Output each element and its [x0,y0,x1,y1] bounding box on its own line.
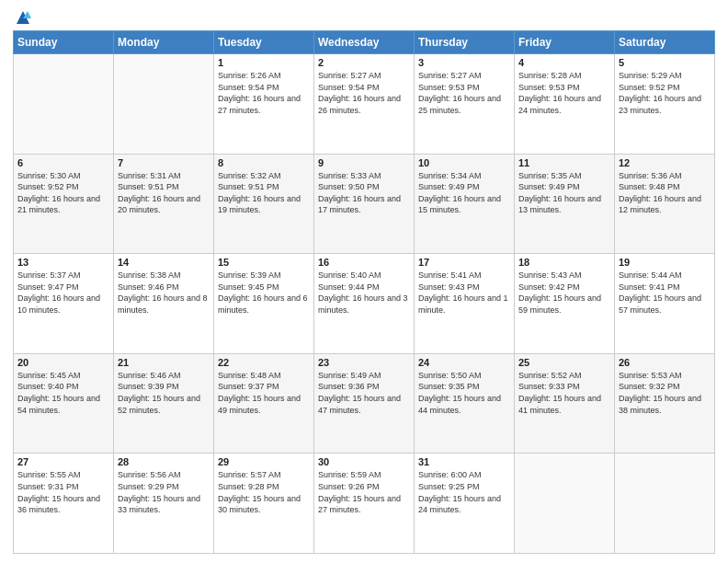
logo [13,9,31,25]
calendar-cell: 31Sunrise: 6:00 AMSunset: 9:25 PMDayligh… [415,454,515,554]
day-info: Sunrise: 5:46 AMSunset: 9:39 PMDaylight:… [118,370,210,416]
calendar-cell: 17Sunrise: 5:41 AMSunset: 9:43 PMDayligh… [415,254,515,354]
calendar-table: SundayMondayTuesdayWednesdayThursdayFrid… [13,30,715,554]
calendar-cell: 29Sunrise: 5:57 AMSunset: 9:28 PMDayligh… [214,454,314,554]
day-info: Sunrise: 5:53 AMSunset: 9:32 PMDaylight:… [619,370,711,416]
day-number: 6 [17,157,109,168]
day-info: Sunrise: 5:52 AMSunset: 9:33 PMDaylight:… [518,370,610,416]
day-number: 14 [118,257,210,268]
day-info: Sunrise: 5:59 AMSunset: 9:26 PMDaylight:… [318,469,410,515]
calendar-cell: 1Sunrise: 5:26 AMSunset: 9:54 PMDaylight… [214,54,314,155]
weekday-header: Sunday [14,31,114,54]
calendar-cell: 6Sunrise: 5:30 AMSunset: 9:52 PMDaylight… [14,154,114,254]
day-number: 15 [218,257,310,268]
calendar-cell: 23Sunrise: 5:49 AMSunset: 9:36 PMDayligh… [314,353,415,454]
day-info: Sunrise: 5:57 AMSunset: 9:28 PMDaylight:… [218,469,310,515]
day-info: Sunrise: 5:28 AMSunset: 9:53 PMDaylight:… [518,70,610,116]
day-number: 16 [318,257,410,268]
day-number: 9 [318,157,410,168]
day-info: Sunrise: 5:55 AMSunset: 9:31 PMDaylight:… [17,469,109,515]
calendar-cell: 30Sunrise: 5:59 AMSunset: 9:26 PMDayligh… [314,454,415,554]
day-number: 7 [118,157,210,168]
day-info: Sunrise: 5:40 AMSunset: 9:44 PMDaylight:… [318,270,410,316]
day-number: 30 [318,456,410,467]
weekday-header: Monday [114,31,214,54]
calendar-cell: 3Sunrise: 5:27 AMSunset: 9:53 PMDaylight… [415,54,515,155]
calendar-week-row: 20Sunrise: 5:45 AMSunset: 9:40 PMDayligh… [14,353,715,454]
calendar-cell [114,54,214,155]
day-number: 20 [17,357,109,368]
day-info: Sunrise: 5:29 AMSunset: 9:52 PMDaylight:… [619,70,711,116]
calendar-cell: 25Sunrise: 5:52 AMSunset: 9:33 PMDayligh… [515,353,615,454]
calendar-cell: 15Sunrise: 5:39 AMSunset: 9:45 PMDayligh… [214,254,314,354]
calendar-cell: 20Sunrise: 5:45 AMSunset: 9:40 PMDayligh… [14,353,114,454]
page: SundayMondayTuesdayWednesdayThursdayFrid… [0,0,728,563]
day-info: Sunrise: 5:27 AMSunset: 9:54 PMDaylight:… [318,70,410,116]
day-number: 26 [619,357,711,368]
day-info: Sunrise: 5:31 AMSunset: 9:51 PMDaylight:… [118,170,210,216]
day-number: 12 [619,157,711,168]
calendar-cell: 21Sunrise: 5:46 AMSunset: 9:39 PMDayligh… [114,353,214,454]
day-info: Sunrise: 5:37 AMSunset: 9:47 PMDaylight:… [17,270,109,316]
calendar-cell: 26Sunrise: 5:53 AMSunset: 9:32 PMDayligh… [615,353,715,454]
calendar-cell: 7Sunrise: 5:31 AMSunset: 9:51 PMDaylight… [114,154,214,254]
day-number: 3 [418,57,510,68]
calendar-header-row: SundayMondayTuesdayWednesdayThursdayFrid… [14,31,715,54]
day-number: 29 [218,456,310,467]
calendar-week-row: 1Sunrise: 5:26 AMSunset: 9:54 PMDaylight… [14,54,715,155]
calendar-cell: 16Sunrise: 5:40 AMSunset: 9:44 PMDayligh… [314,254,415,354]
day-info: Sunrise: 5:32 AMSunset: 9:51 PMDaylight:… [218,170,310,216]
day-number: 10 [418,157,510,168]
day-info: Sunrise: 5:34 AMSunset: 9:49 PMDaylight:… [418,170,510,216]
calendar-cell: 14Sunrise: 5:38 AMSunset: 9:46 PMDayligh… [114,254,214,354]
day-info: Sunrise: 5:33 AMSunset: 9:50 PMDaylight:… [318,170,410,216]
day-info: Sunrise: 5:48 AMSunset: 9:37 PMDaylight:… [218,370,310,416]
day-info: Sunrise: 5:49 AMSunset: 9:36 PMDaylight:… [318,370,410,416]
calendar-week-row: 13Sunrise: 5:37 AMSunset: 9:47 PMDayligh… [14,254,715,354]
day-info: Sunrise: 5:30 AMSunset: 9:52 PMDaylight:… [17,170,109,216]
weekday-header: Friday [515,31,615,54]
day-info: Sunrise: 5:38 AMSunset: 9:46 PMDaylight:… [118,270,210,316]
day-number: 31 [418,456,510,467]
calendar-cell: 10Sunrise: 5:34 AMSunset: 9:49 PMDayligh… [415,154,515,254]
day-number: 1 [218,57,310,68]
day-number: 8 [218,157,310,168]
day-number: 4 [518,57,610,68]
day-info: Sunrise: 5:41 AMSunset: 9:43 PMDaylight:… [418,270,510,316]
calendar-cell: 27Sunrise: 5:55 AMSunset: 9:31 PMDayligh… [14,454,114,554]
calendar-cell: 22Sunrise: 5:48 AMSunset: 9:37 PMDayligh… [214,353,314,454]
calendar-cell [14,54,114,155]
day-number: 5 [619,57,711,68]
calendar-cell: 12Sunrise: 5:36 AMSunset: 9:48 PMDayligh… [615,154,715,254]
weekday-header: Thursday [415,31,515,54]
day-info: Sunrise: 5:39 AMSunset: 9:45 PMDaylight:… [218,270,310,316]
day-number: 27 [17,456,109,467]
day-number: 17 [418,257,510,268]
day-number: 19 [619,257,711,268]
calendar-week-row: 27Sunrise: 5:55 AMSunset: 9:31 PMDayligh… [14,454,715,554]
day-number: 13 [17,257,109,268]
weekday-header: Tuesday [214,31,314,54]
calendar-cell: 9Sunrise: 5:33 AMSunset: 9:50 PMDaylight… [314,154,415,254]
calendar-cell: 13Sunrise: 5:37 AMSunset: 9:47 PMDayligh… [14,254,114,354]
day-info: Sunrise: 5:56 AMSunset: 9:29 PMDaylight:… [118,469,210,515]
day-number: 18 [518,257,610,268]
calendar-cell [515,454,615,554]
calendar-week-row: 6Sunrise: 5:30 AMSunset: 9:52 PMDaylight… [14,154,715,254]
calendar-cell: 18Sunrise: 5:43 AMSunset: 9:42 PMDayligh… [515,254,615,354]
weekday-header: Wednesday [314,31,415,54]
day-info: Sunrise: 5:35 AMSunset: 9:49 PMDaylight:… [518,170,610,216]
calendar-cell: 8Sunrise: 5:32 AMSunset: 9:51 PMDaylight… [214,154,314,254]
day-number: 24 [418,357,510,368]
day-info: Sunrise: 5:26 AMSunset: 9:54 PMDaylight:… [218,70,310,116]
calendar-cell: 5Sunrise: 5:29 AMSunset: 9:52 PMDaylight… [615,54,715,155]
day-info: Sunrise: 5:43 AMSunset: 9:42 PMDaylight:… [518,270,610,316]
weekday-header: Saturday [615,31,715,54]
day-info: Sunrise: 5:45 AMSunset: 9:40 PMDaylight:… [17,370,109,416]
day-info: Sunrise: 6:00 AMSunset: 9:25 PMDaylight:… [418,469,510,515]
header [13,9,715,25]
day-info: Sunrise: 5:36 AMSunset: 9:48 PMDaylight:… [619,170,711,216]
day-number: 2 [318,57,410,68]
calendar-cell: 24Sunrise: 5:50 AMSunset: 9:35 PMDayligh… [415,353,515,454]
day-info: Sunrise: 5:50 AMSunset: 9:35 PMDaylight:… [418,370,510,416]
